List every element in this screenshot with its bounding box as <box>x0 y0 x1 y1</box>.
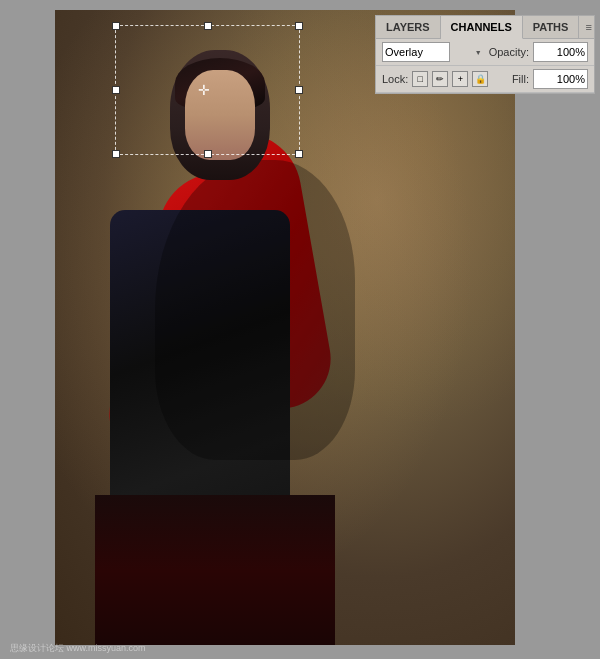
handle-middle-left[interactable] <box>112 86 120 94</box>
watermark-text2: www.missyuan.com <box>67 643 146 653</box>
lock-position-button[interactable]: + <box>452 71 468 87</box>
panel-menu-icon[interactable]: ≡ <box>579 17 597 37</box>
lock-row: Lock: □ ✏ + 🔒 Fill: <box>376 66 594 93</box>
lock-label: Lock: <box>382 73 408 85</box>
face-area <box>170 50 270 180</box>
opacity-input[interactable] <box>533 42 588 62</box>
handle-middle-right[interactable] <box>295 86 303 94</box>
panel-tabs: LAYERS CHANNELS PATHS ≡ <box>376 16 594 39</box>
fill-input[interactable] <box>533 69 588 89</box>
handle-top-right[interactable] <box>295 22 303 30</box>
watermark-text1: 思缘设计论坛 <box>10 643 64 653</box>
blend-mode-wrapper[interactable]: Normal Dissolve Darken Multiply Color Bu… <box>382 42 485 62</box>
blend-mode-select[interactable]: Normal Dissolve Darken Multiply Color Bu… <box>382 42 450 62</box>
canvas-image: ✛ <box>55 10 515 645</box>
handle-top-left[interactable] <box>112 22 120 30</box>
blend-mode-row: Normal Dissolve Darken Multiply Color Bu… <box>376 39 594 66</box>
canvas-area: ✛ 思缘设计论坛 www.missyuan.com <box>0 0 600 659</box>
fill-label: Fill: <box>512 73 529 85</box>
tab-layers[interactable]: LAYERS <box>376 16 441 38</box>
tab-paths[interactable]: PATHS <box>523 16 580 38</box>
photo-background: ✛ <box>55 10 515 645</box>
lock-all-button[interactable]: 🔒 <box>472 71 488 87</box>
handle-bottom-right[interactable] <box>295 150 303 158</box>
tab-channels[interactable]: CHANNELS <box>441 16 523 39</box>
sheer-overlay <box>155 160 355 460</box>
handle-bottom-left[interactable] <box>112 150 120 158</box>
layers-panel: LAYERS CHANNELS PATHS ≡ Normal Dissolve … <box>375 15 595 94</box>
watermark: 思缘设计论坛 www.missyuan.com <box>10 642 146 655</box>
handle-top-middle[interactable] <box>204 22 212 30</box>
lock-pixels-button[interactable]: □ <box>412 71 428 87</box>
dark-skirt <box>95 495 335 645</box>
face-skin <box>185 70 255 160</box>
opacity-label: Opacity: <box>489 46 529 58</box>
move-cursor-icon: ✛ <box>198 82 214 98</box>
lock-image-button[interactable]: ✏ <box>432 71 448 87</box>
